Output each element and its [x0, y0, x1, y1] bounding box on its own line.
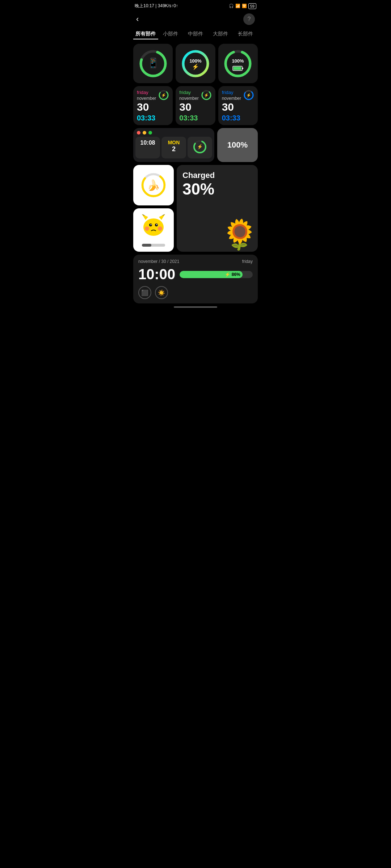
- pika-health-bar: [142, 244, 165, 247]
- svg-rect-12: [234, 67, 241, 70]
- date-widget-green[interactable]: friday november 30 ⚡ 03:33: [176, 86, 215, 125]
- charge-cell: ⚡: [188, 137, 212, 158]
- pikachu-icon: [139, 213, 168, 242]
- back-button[interactable]: ‹: [136, 14, 139, 24]
- battery-ring-green-widget[interactable]: 100% ⚡: [176, 44, 215, 83]
- small-widget-row: 📱 100% ⚡ 100: [130, 44, 261, 86]
- home-indicator: [174, 306, 217, 308]
- svg-text:⚡: ⚡: [197, 144, 203, 150]
- signal-icon: 📶: [235, 4, 240, 8]
- header: ‹ ?: [130, 10, 261, 29]
- green-dot: [148, 131, 152, 135]
- svg-point-37: [145, 226, 149, 231]
- charge-badge-3: ⚡: [243, 90, 254, 101]
- bottom-meta: november / 30 / 2021 friday: [138, 259, 253, 264]
- gray-battery-widget[interactable]: 100%: [217, 128, 258, 162]
- svg-text:100%: 100%: [189, 58, 202, 64]
- charge-badge-1: ⚡: [158, 90, 169, 101]
- svg-text:🍌: 🍌: [147, 179, 160, 192]
- phone-ring-widget[interactable]: 📱: [133, 44, 173, 83]
- tab-medium[interactable]: 中部件: [183, 29, 208, 39]
- stop-icon[interactable]: ⬛: [138, 286, 151, 299]
- svg-point-35: [151, 224, 152, 225]
- bottom-time: 10:00: [138, 266, 175, 282]
- tab-small[interactable]: 小部件: [158, 29, 183, 39]
- svg-point-8: [226, 51, 250, 76]
- date-widget-pink[interactable]: friday november 30 ⚡ 03:33: [133, 86, 173, 125]
- tab-long[interactable]: 长部件: [233, 29, 258, 39]
- red-dot: [137, 131, 140, 135]
- date-widget-row: friday november 30 ⚡ 03:33 friday novemb…: [130, 86, 261, 128]
- status-time: 晚上10:17 | 349K/s↑0↑: [135, 3, 178, 9]
- headphone-icon: 🎧: [229, 4, 234, 8]
- charge-badge-2: ⚡: [201, 90, 212, 101]
- wide-widget-row: 10:08 MON 2 ⚡ 100%: [130, 128, 261, 165]
- svg-point-36: [156, 224, 157, 225]
- status-icons: 🎧 📶 🛜 59: [229, 3, 256, 9]
- svg-rect-11: [242, 68, 243, 69]
- help-button[interactable]: ?: [243, 13, 255, 25]
- tab-all[interactable]: 所有部件: [133, 29, 158, 39]
- svg-text:⚡: ⚡: [246, 93, 251, 98]
- battery-ring-icon-widget[interactable]: 100%: [218, 44, 258, 83]
- bottom-icons: ⬛ ☀️: [138, 286, 253, 299]
- desktop-cells: 10:08 MON 2 ⚡: [133, 137, 214, 162]
- time-cell: 10:08: [135, 137, 160, 158]
- svg-text:⚡: ⚡: [161, 93, 166, 98]
- yellow-dot: [143, 131, 146, 135]
- tab-large[interactable]: 大部件: [208, 29, 233, 39]
- charged-widget[interactable]: Charged 30% 🌻: [177, 165, 258, 252]
- banana-charged-row: 🍌: [130, 165, 261, 255]
- sunflower-icon: 🌻: [222, 218, 258, 252]
- svg-text:⚡: ⚡: [192, 63, 199, 70]
- svg-marker-30: [159, 214, 165, 220]
- banana-widget[interactable]: 🍌: [133, 165, 174, 205]
- pikachu-widget[interactable]: [133, 208, 174, 252]
- svg-marker-29: [142, 214, 148, 220]
- day-cell: MON 2: [161, 137, 186, 158]
- svg-text:100%: 100%: [232, 58, 244, 64]
- battery-icon: 59: [248, 3, 256, 9]
- tab-bar: 所有部件 小部件 中部件 大部件 长部件: [130, 29, 261, 44]
- battery-bar: ⚡ 86%: [180, 271, 253, 278]
- brightness-icon[interactable]: ☀️: [155, 286, 168, 299]
- bottom-widget[interactable]: november / 30 / 2021 friday 10:00 ⚡ 86% …: [133, 255, 258, 303]
- svg-text:⚡: ⚡: [204, 93, 209, 98]
- svg-text:📱: 📱: [147, 57, 159, 69]
- wifi-icon: 🛜: [242, 4, 247, 8]
- desktop-widget[interactable]: 10:08 MON 2 ⚡: [133, 128, 214, 162]
- left-col: 🍌: [133, 165, 174, 252]
- svg-point-38: [158, 226, 162, 231]
- titlebar: [133, 128, 214, 137]
- date-widget-blue[interactable]: friday november 30 ⚡ 03:33: [218, 86, 258, 125]
- status-bar: 晚上10:17 | 349K/s↑0↑ 🎧 📶 🛜 59: [130, 0, 261, 10]
